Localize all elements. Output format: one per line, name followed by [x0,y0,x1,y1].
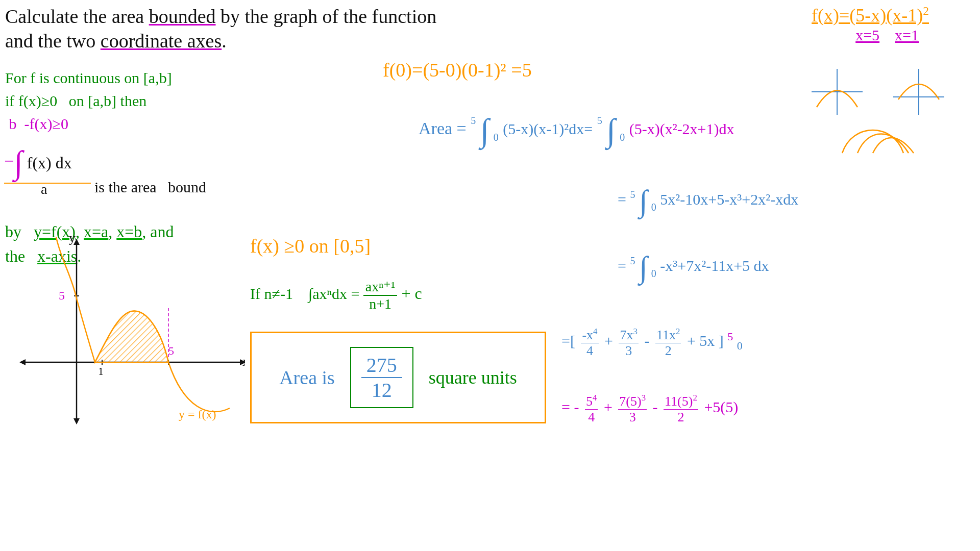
step3-limit-top: 5 [630,255,635,266]
pink-line-b: b -f(x)≥0 [5,112,172,135]
area-result-box: Area is 275 12 square units [250,332,546,423]
integral-underline [4,183,91,184]
integral-expr: f(x) dx [23,154,72,172]
step4-antideriv: =[ -x4 4 + 7x3 3 - 11x2 2 + 5x ] 5 0 [561,327,743,359]
result-denominator: 12 [366,378,397,402]
power-rule-numerator: axⁿ⁺¹ [363,278,398,296]
antideriv-frac2: 7x3 3 [619,327,638,359]
x5-label: 5 [168,344,174,357]
negative-integral: −∫ f(x) dx [4,144,72,182]
parabola-sketch [806,66,868,117]
integral2-limit-top: 5 [597,115,602,127]
integral2-expr-pink: (5-x) [629,120,660,137]
power-rule-denominator: n+1 [369,296,391,312]
lower-limit-0: 0 [737,339,743,352]
power-rule-text: If n≠-1 ∫axⁿdx = [250,285,363,302]
f0-expr: f(0)=(5-0)(0-1)² =5 [383,59,532,81]
power-rule-plus-c: + c [401,284,422,303]
green-line1: For f is continuous on [a,b] [5,66,172,89]
upper-limit-5: 5 [727,330,733,343]
title-period: . [222,30,227,52]
downward-curve-sketch [888,66,949,117]
svg-marker-8 [19,359,26,365]
antideriv-frac1: -x4 4 [581,327,598,359]
step3-expr: -x³+7x²-11x+5 dx [660,257,769,274]
step2-int-symbol: ∫ [639,184,647,218]
title-line2: and the two coordinate axes. [5,30,227,52]
title-coord-axes: coordinate axes [101,30,222,52]
fx-nonneg-text: f(x) ≥0 on [0,5] [250,235,371,257]
integral1-limit-bot: 0 [494,132,499,143]
sub-frac2: 7(5)3 3 [618,393,647,425]
integral2-limit-bot: 0 [620,132,625,143]
svg-marker-9 [74,418,80,424]
green-theory-block: For f is continuous on [a,b] if f(x)≥0 o… [5,66,172,135]
result-fraction-box: 275 12 [350,347,413,408]
step2-limit-bot: 0 [651,202,656,213]
shaded-area [95,311,168,362]
func-graph-label: y = f(x) [179,408,216,421]
step5-substitute: = - 54 4 + 7(5)3 3 - 11(5)2 2 +5(5) [561,393,738,425]
function-roots: x=5 x=1 [855,27,919,44]
limit-top-5: 5 [471,115,476,127]
result-numerator: 275 [361,353,402,378]
green-line2: if f(x)≥0 on [a,b] then [5,89,172,112]
step2-limit-top: 5 [630,189,635,200]
integral2-symbol: ∫ [606,112,616,148]
title-line1: Calculate the area bounded by the graph … [5,5,436,28]
title-text-by: by the graph of the function [216,6,437,27]
integral1-symbol: ∫ [480,112,489,148]
x-axis-label: x [242,354,245,369]
power-rule-box: If n≠-1 ∫axⁿdx = axⁿ⁺¹ n+1 + c [250,278,422,312]
y-axis-label: y [69,235,76,245]
fx-nonneg-statement: f(x) ≥0 on [0,5] [250,235,371,257]
f0-calculation: f(0)=(5-0)(0-1)² =5 [383,59,532,81]
root2: x=1 [895,27,919,43]
root1: x=5 [855,27,879,43]
step3-integral: = 5 ∫ 0 -x³+7x²-11x+5 dx [618,255,769,280]
title-text-calc: Calculate the area [5,6,149,27]
function-graph: y x 1 5 5 y = f(x) [10,235,245,429]
power-rule-fraction: axⁿ⁺¹ n+1 [363,278,398,312]
title-bounded: bounded [149,6,216,27]
integral-symbol: ∫ [14,144,23,181]
sub-frac1: 54 4 [585,393,598,425]
area-units-label: square units [429,367,517,388]
area-eq-line: Area = 5 ∫ 0 (5-x)(x-1)²dx= 5 ∫ 0 (5-x)(… [419,117,734,143]
main-page: Calculate the area bounded by the graph … [0,0,980,551]
step2-integral: = 5 ∫ 0 5x²-10x+5-x³+2x²-xdx [618,189,798,213]
area-is-label: Area is [279,366,335,389]
integral1-limit-top: 5 [471,115,476,127]
sub-frac3: 11(5)2 2 [664,393,698,425]
expansion-arcs [817,112,975,163]
function-title: f(x)=(5-x)(x-1)2 [812,4,929,26]
func-expr: f(x)=(5-x)(x-1)2 [812,5,929,26]
step3-int-symbol: ∫ [639,251,647,284]
step2-expr: 5x²-10x+5-x³+2x²-xdx [660,191,798,208]
x1-label: 1 [98,365,104,378]
title-and: and the two [5,30,101,52]
step3-limit-bot: 0 [651,268,656,279]
integral1-expr: (5-x)(x-1)²dx= [503,120,593,137]
y5-label: 5 [59,289,65,302]
is-the-area-bound: is the area bound [94,179,206,196]
antideriv-frac3: 11x2 2 [655,327,681,359]
integral2-expr2: (x²-2x+1)dx [660,120,734,137]
curve-sketches [806,66,949,117]
